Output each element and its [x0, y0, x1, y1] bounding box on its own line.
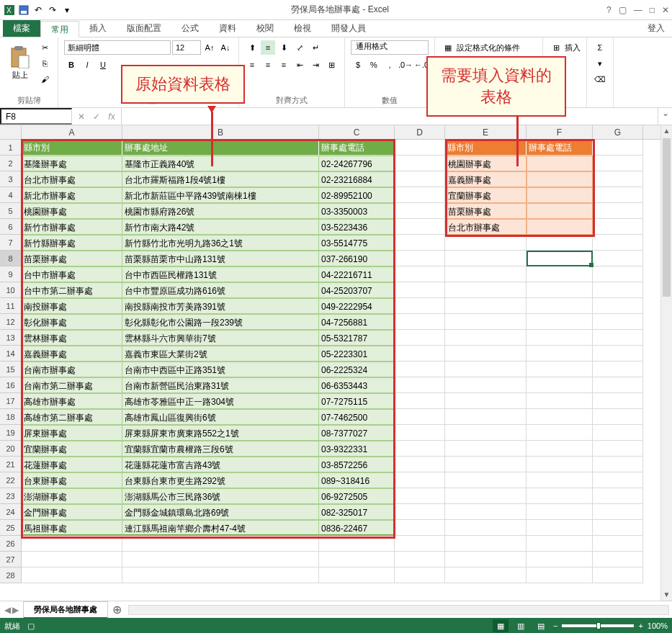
qat-dropdown-icon[interactable]: ▾ [61, 4, 73, 17]
cell-F5[interactable] [527, 203, 593, 219]
format-painter-icon[interactable]: 🖌 [37, 72, 52, 86]
tab-formulas[interactable]: 公式 [171, 20, 209, 37]
align-bottom-icon[interactable]: ⬇ [277, 40, 291, 55]
row-header-3[interactable]: 3 [0, 171, 22, 187]
cell-D24[interactable] [395, 504, 445, 520]
bold-icon[interactable]: B [64, 58, 79, 72]
cell-C4[interactable]: 02-89952100 [319, 187, 395, 203]
zoom-out-icon[interactable]: − [553, 621, 557, 630]
cell-C7[interactable]: 03-5514775 [319, 235, 395, 251]
vertical-scrollbar[interactable]: ▲ ▼ [660, 125, 672, 601]
cell-E5[interactable]: 苗栗辦事處 [445, 203, 527, 219]
row-header-14[interactable]: 14 [0, 346, 22, 362]
cell-B10[interactable]: 台中市豐原區成功路616號 [122, 282, 319, 298]
cell-D26[interactable] [395, 536, 445, 552]
orientation-icon[interactable]: ⤢ [292, 40, 307, 55]
cell-G21[interactable] [593, 457, 643, 472]
cell-F6[interactable] [527, 219, 593, 235]
cell-G18[interactable] [593, 409, 643, 425]
align-center-icon[interactable]: ≡ [261, 58, 275, 72]
scroll-down-icon[interactable]: ▼ [661, 589, 672, 601]
cell-C12[interactable]: 04-7256881 [319, 314, 395, 330]
cell-B19[interactable]: 屏東縣屏東市廣東路552之1號 [122, 425, 319, 441]
number-format-select[interactable]: 通用格式 [351, 40, 429, 55]
tab-view[interactable]: 檢視 [284, 20, 321, 37]
col-header-E[interactable]: E [445, 125, 527, 139]
cell-C24[interactable]: 082-325017 [319, 504, 395, 520]
cell-D5[interactable] [395, 203, 445, 219]
cell-F10[interactable] [527, 282, 593, 298]
expand-fbar-icon[interactable]: ⌄ [658, 108, 672, 125]
cell-F13[interactable] [527, 330, 593, 346]
cell-A25[interactable]: 馬祖辦事處 [22, 520, 122, 536]
cell-E14[interactable] [445, 346, 527, 362]
row-header-16[interactable]: 16 [0, 377, 22, 393]
row-header-5[interactable]: 5 [0, 203, 22, 219]
tab-insert[interactable]: 插入 [79, 20, 117, 37]
cell-D22[interactable] [395, 472, 445, 488]
cell-F2[interactable] [527, 156, 593, 171]
cell-D14[interactable] [395, 346, 445, 362]
cell-F27[interactable] [527, 552, 593, 567]
undo-icon[interactable]: ↶ [32, 4, 45, 17]
select-all-corner[interactable] [0, 125, 22, 139]
cut-icon[interactable]: ✂ [37, 40, 52, 55]
cell-G22[interactable] [593, 472, 643, 488]
cell-E11[interactable] [445, 298, 527, 314]
cell-A7[interactable]: 新竹縣辦事處 [22, 235, 122, 251]
col-header-D[interactable]: D [395, 125, 445, 139]
col-header-B[interactable]: B [122, 125, 319, 139]
row-header-24[interactable]: 24 [0, 504, 22, 520]
cell-C22[interactable]: 089~318416 [319, 472, 395, 488]
cell-C6[interactable]: 03-5223436 [319, 219, 395, 235]
cell-E27[interactable] [445, 552, 527, 567]
cell-D17[interactable] [395, 393, 445, 409]
cell-B11[interactable]: 南投縣南投市芳美路391號 [122, 298, 319, 314]
cell-B13[interactable]: 雲林縣斗六市興華街7號 [122, 330, 319, 346]
cell-E12[interactable] [445, 314, 527, 330]
cell-E24[interactable] [445, 504, 527, 520]
cell-C27[interactable] [319, 552, 395, 567]
redo-icon[interactable]: ↷ [46, 4, 59, 17]
cell-A2[interactable]: 基隆辦事處 [22, 156, 122, 171]
cell-F4[interactable] [527, 187, 593, 203]
increase-decimal-icon[interactable]: .0→ [398, 58, 413, 72]
cell-G15[interactable] [593, 362, 643, 377]
cell-F17[interactable] [527, 393, 593, 409]
cell-E3[interactable]: 嘉義辦事處 [445, 171, 527, 187]
cell-A1[interactable]: 縣市別 [22, 140, 122, 156]
tab-review[interactable]: 校閱 [246, 20, 284, 37]
align-right-icon[interactable]: ≡ [277, 58, 291, 72]
cell-A8[interactable]: 苗栗辦事處 [22, 251, 122, 266]
save-icon[interactable] [17, 4, 30, 17]
cell-E18[interactable] [445, 409, 527, 425]
view-normal-icon[interactable]: ▦ [493, 619, 509, 632]
cell-E8[interactable] [445, 251, 527, 266]
tab-data[interactable]: 資料 [209, 20, 246, 37]
cell-F18[interactable] [527, 409, 593, 425]
cell-B26[interactable] [122, 536, 319, 552]
cell-A28[interactable] [22, 567, 122, 583]
cell-G24[interactable] [593, 504, 643, 520]
cell-E10[interactable] [445, 282, 527, 298]
cell-C13[interactable]: 05-5321787 [319, 330, 395, 346]
cell-B24[interactable]: 金門縣金城鎮環島北路69號 [122, 504, 319, 520]
minimize-icon[interactable]: — [634, 5, 642, 15]
cell-B17[interactable]: 高雄市苓雅區中正一路304號 [122, 393, 319, 409]
cell-A19[interactable]: 屏東辦事處 [22, 425, 122, 441]
align-top-icon[interactable]: ⬆ [245, 40, 259, 55]
insert-cell-icon[interactable]: ⊞ [549, 40, 563, 55]
row-header-22[interactable]: 22 [0, 472, 22, 488]
cell-D25[interactable] [395, 520, 445, 536]
cell-C19[interactable]: 08-7377027 [319, 425, 395, 441]
cell-A10[interactable]: 台中市第二辦事處 [22, 282, 122, 298]
cell-A5[interactable]: 桃園辦事處 [22, 203, 122, 219]
cell-D20[interactable] [395, 441, 445, 457]
cell-C11[interactable]: 049-2222954 [319, 298, 395, 314]
signin-link[interactable]: 登入 [640, 20, 672, 37]
cell-G17[interactable] [593, 393, 643, 409]
row-header-4[interactable]: 4 [0, 187, 22, 203]
name-box[interactable] [0, 108, 72, 125]
italic-icon[interactable]: I [80, 58, 94, 72]
cell-D12[interactable] [395, 314, 445, 330]
